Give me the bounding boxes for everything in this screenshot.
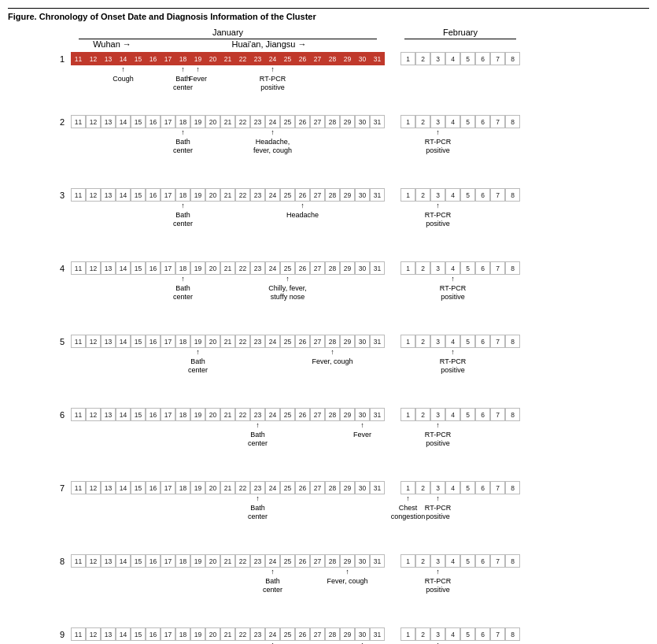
jan-date-cells: 1112131415161718192021222324252627282930… (71, 261, 385, 275)
jan-day-14: 14 (116, 554, 131, 568)
feb-date-cells: 12345678 (400, 261, 520, 275)
month-header-row: JanuaryFebruary (8, 28, 649, 39)
feb-day-2: 2 (415, 627, 430, 641)
jan-annotation: ↑Bath center (173, 202, 193, 229)
feb-day-4: 4 (445, 52, 460, 65)
jan-day-16: 16 (146, 188, 161, 202)
jan-day-23: 23 (250, 115, 265, 128)
jan-day-22: 22 (235, 481, 250, 494)
jan-day-19: 19 (190, 335, 205, 348)
jan-day-25: 25 (280, 52, 295, 65)
jan-annotation: ↑Chilly, fever (344, 641, 380, 644)
patient-number: 2 (8, 117, 71, 127)
feb-day-6: 6 (475, 627, 490, 641)
jan-annotation: ↑Bath center (248, 494, 268, 522)
patient-number: 8 (8, 557, 71, 566)
feb-day-3: 3 (430, 188, 445, 202)
jan-day-28: 28 (325, 188, 340, 202)
feb-annotation: ↑Chest congestion (391, 494, 426, 522)
jan-annotation: ↑Headache (286, 202, 319, 220)
annotations-layer: ↑Cough↑Bath center↑Fever↑RT-PCR positive (8, 65, 649, 103)
feb-day-1: 1 (400, 627, 415, 641)
feb-day-6: 6 (475, 188, 490, 202)
jan-day-29: 29 (340, 261, 355, 275)
feb-day-2: 2 (415, 261, 430, 275)
feb-day-5: 5 (460, 261, 475, 275)
jan-day-21: 21 (220, 188, 235, 202)
jan-day-30: 30 (355, 115, 370, 128)
jan-day-27: 27 (310, 188, 325, 202)
jan-day-16: 16 (146, 627, 161, 641)
feb-annotation: ↑RT-PCR positive (425, 494, 451, 522)
feb-day-7: 7 (490, 261, 505, 275)
jan-day-30: 30 (355, 627, 370, 641)
jan-day-12: 12 (86, 335, 101, 348)
feb-day-4: 4 (445, 554, 460, 568)
feb-day-7: 7 (490, 188, 505, 202)
jan-day-11: 11 (71, 188, 86, 202)
feb-day-7: 7 (490, 627, 505, 641)
jan-day-31: 31 (370, 115, 385, 128)
patient-row-5: 5111213141516171819202122232425262728293… (8, 335, 649, 386)
feb-day-6: 6 (475, 115, 490, 128)
jan-day-31: 31 (370, 554, 385, 568)
jan-day-26: 26 (295, 335, 310, 348)
jan-day-25: 25 (280, 408, 295, 421)
jan-day-11: 11 (71, 261, 86, 275)
feb-date-cells: 12345678 (400, 627, 520, 641)
jan-day-20: 20 (205, 115, 220, 128)
jan-day-11: 11 (71, 481, 86, 494)
feb-day-1: 1 (400, 335, 415, 348)
jan-annotation: ↑Bath center (263, 641, 282, 644)
feb-day-8: 8 (505, 335, 520, 348)
jan-day-17: 17 (161, 115, 175, 128)
jan-day-19: 19 (190, 188, 205, 202)
patient-row-3: 3111213141516171819202122232425262728293… (8, 188, 649, 239)
feb-day-8: 8 (505, 554, 520, 568)
annotations-layer: ↑Bath center↑Fever, cough↑RT-PCR positiv… (8, 348, 649, 386)
feb-day-5: 5 (460, 115, 475, 128)
jan-day-12: 12 (86, 481, 101, 494)
jan-day-24: 24 (265, 52, 280, 65)
feb-day-1: 1 (400, 115, 415, 128)
jan-day-12: 12 (86, 52, 101, 65)
jan-day-17: 17 (161, 335, 175, 348)
jan-day-29: 29 (340, 115, 355, 128)
feb-day-1: 1 (400, 188, 415, 202)
jan-day-14: 14 (116, 408, 131, 421)
jan-day-28: 28 (325, 627, 340, 641)
january-label: January (71, 28, 385, 37)
jan-day-24: 24 (265, 115, 280, 128)
jan-annotation: ↑Headache, fever, cough (253, 128, 292, 156)
jan-day-20: 20 (205, 481, 220, 494)
jan-day-12: 12 (86, 261, 101, 275)
jan-day-17: 17 (161, 188, 175, 202)
jan-annotation: ↑Fever, cough (327, 568, 367, 586)
feb-day-2: 2 (415, 481, 430, 494)
jan-day-17: 17 (161, 408, 175, 421)
jan-day-24: 24 (265, 481, 280, 494)
jan-annotation: ↑Bath center (173, 275, 193, 302)
feb-date-cells: 12345678 (400, 115, 520, 128)
jan-day-26: 26 (295, 408, 310, 421)
feb-day-5: 5 (460, 52, 475, 65)
feb-day-6: 6 (475, 481, 490, 494)
jan-day-31: 31 (370, 188, 385, 202)
feb-day-4: 4 (445, 188, 460, 202)
jan-day-17: 17 (161, 481, 175, 494)
feb-day-5: 5 (460, 408, 475, 421)
annotations-layer: ↑Bath center↑Fever↑RT-PCR positive (8, 421, 649, 459)
jan-day-28: 28 (325, 261, 340, 275)
jan-day-15: 15 (131, 554, 146, 568)
jan-day-13: 13 (101, 115, 116, 128)
jan-annotation: ↑Fever, cough (312, 348, 352, 366)
jan-day-14: 14 (116, 115, 131, 128)
feb-day-3: 3 (430, 408, 445, 421)
jan-day-28: 28 (325, 554, 340, 568)
jan-day-29: 29 (340, 481, 355, 494)
jan-annotation: ↑Bath center (173, 128, 193, 156)
feb-date-cells: 12345678 (400, 554, 520, 568)
feb-day-1: 1 (400, 481, 415, 494)
feb-day-3: 3 (430, 554, 445, 568)
jan-day-26: 26 (295, 52, 310, 65)
